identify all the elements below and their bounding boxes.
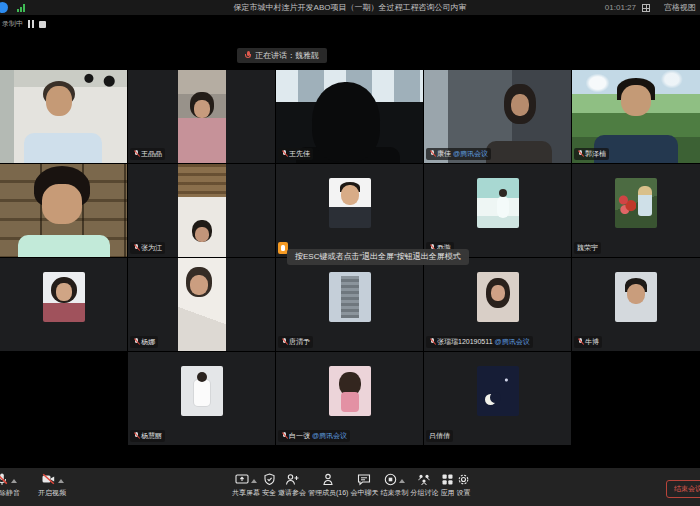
members-icon [321, 473, 335, 486]
participant-avatar [615, 178, 657, 228]
video-tile[interactable]: 唐清予 [276, 258, 423, 351]
apps-button[interactable]: 应用 [440, 473, 454, 498]
video-tile[interactable]: 杨慧丽 [128, 352, 275, 445]
video-tile[interactable]: 吕倩倩 [424, 352, 571, 445]
bottom-toolbar: 解除静音 开启视频 共享屏幕 安全 邀请参会 管理成员(16) [0, 468, 700, 506]
video-tile[interactable]: 乔璇 [424, 164, 571, 257]
muted-mic-icon [133, 244, 139, 252]
start-video-label: 开启视频 [38, 488, 66, 498]
unmute-label: 解除静音 [0, 488, 20, 498]
participant-avatar [477, 366, 519, 416]
participant-name: 魏荣宇 [577, 243, 598, 253]
invite-button[interactable]: 邀请参会 [278, 473, 306, 498]
invite-person-icon [285, 473, 299, 486]
recording-label: 录制中 [2, 19, 23, 29]
video-tile[interactable]: 牛博 [572, 258, 700, 351]
start-video-button[interactable]: 开启视频 [38, 473, 66, 498]
chat-label: 会中聊天 [350, 488, 378, 498]
apps-grid-icon [441, 473, 454, 486]
unmute-button[interactable]: 解除静音 [0, 473, 20, 498]
camera-options-caret[interactable] [58, 479, 64, 483]
video-tile[interactable]: 魏荣宇 [572, 164, 700, 257]
participant-label: 张瑞瑞120190511@腾讯会议 [426, 336, 533, 348]
stop-record-icon [384, 473, 397, 486]
participant-video [178, 258, 226, 351]
video-tile-active-speaker[interactable] [0, 164, 127, 257]
grid-view-icon[interactable] [642, 4, 650, 12]
video-tile[interactable]: 张瑞瑞120190511@腾讯会议 [424, 258, 571, 351]
share-screen-button[interactable]: 共享屏幕 [232, 473, 260, 498]
video-tile[interactable]: 康佳@腾讯会议 [424, 70, 571, 163]
breakout-rooms-button[interactable]: 分组讨论 [410, 473, 438, 498]
stop-record-button[interactable]: 结束录制 [380, 473, 408, 498]
participant-avatar [615, 272, 657, 322]
end-meeting-button[interactable]: 结束会议 [666, 480, 700, 498]
breakout-rooms-label: 分组讨论 [410, 488, 438, 498]
security-button[interactable]: 安全 [262, 473, 276, 498]
stop-recording-button[interactable] [39, 21, 46, 28]
video-tile[interactable]: 王晶晶 [128, 70, 275, 163]
participant-name: 白一弢 [289, 431, 310, 441]
participant-avatar [43, 272, 85, 322]
video-tile[interactable]: 张为江 [128, 164, 275, 257]
view-toggle-label[interactable]: 宫格视图 [664, 0, 696, 15]
video-art [24, 133, 102, 163]
participant-avatar [477, 178, 519, 228]
video-tile[interactable] [0, 70, 127, 163]
participant-label: 吕倩倩 [426, 430, 453, 442]
participant-name: 郭泽楠 [585, 149, 606, 159]
muted-mic-icon [429, 338, 435, 346]
mic-options-caret[interactable] [11, 479, 17, 483]
share-screen-icon [235, 473, 249, 486]
gear-icon [457, 473, 470, 486]
video-art [486, 141, 552, 163]
muted-mic-icon [133, 432, 139, 440]
video-tile[interactable] [276, 164, 423, 257]
camera-off-icon [41, 472, 56, 486]
participant-label: 王先佳 [278, 148, 313, 160]
video-tile[interactable]: 郭泽楠 [572, 70, 700, 163]
participant-label: 康佳@腾讯会议 [426, 148, 491, 160]
participant-name: 康佳 [437, 149, 451, 159]
participant-name: 唐清予 [289, 337, 310, 347]
video-art [18, 235, 110, 257]
meeting-title: 保定市城中村连片开发ABO项目（一期）全过程工程咨询公司内审 [0, 0, 700, 15]
apps-label: 应用 [440, 488, 454, 498]
invite-label: 邀请参会 [278, 488, 306, 498]
participant-name: 杨娜 [141, 337, 155, 347]
participant-badge: @腾讯会议 [495, 337, 530, 347]
muted-mic-icon [577, 338, 583, 346]
muted-mic-icon [133, 338, 139, 346]
chat-bubble-icon [357, 473, 371, 486]
participant-video [178, 164, 226, 257]
exit-fullscreen-toast: 按ESC键或者点击“退出全屏”按钮退出全屏模式 [287, 249, 469, 265]
participant-badge: @腾讯会议 [453, 149, 488, 159]
share-options-caret[interactable] [251, 479, 257, 483]
stop-record-label: 结束录制 [380, 488, 408, 498]
manage-members-button[interactable]: 管理成员(16) [308, 473, 348, 498]
recording-indicator: 录制中 [2, 19, 46, 29]
video-tile[interactable]: 王先佳 [276, 70, 423, 163]
participant-video [178, 70, 226, 163]
participant-label: 牛博 [574, 336, 602, 348]
active-speaker-text: 正在讲话：魏雅靓 [255, 50, 319, 61]
pause-recording-button[interactable] [28, 20, 34, 28]
settings-button[interactable]: 设置 [456, 473, 470, 498]
top-bar: 保定市城中村连片开发ABO项目（一期）全过程工程咨询公司内审 01:01:27 … [0, 0, 700, 15]
record-options-caret[interactable] [399, 479, 405, 483]
participant-name: 王晶晶 [141, 149, 162, 159]
participant-label: 郭泽楠 [574, 148, 609, 160]
video-tile[interactable]: 杨娜 [128, 258, 275, 351]
meeting-window: 保定市城中村连片开发ABO项目（一期）全过程工程咨询公司内审 01:01:27 … [0, 0, 700, 506]
participant-name: 吕倩倩 [429, 431, 450, 441]
video-tile[interactable] [0, 258, 127, 351]
participant-label: 白一弢@腾讯会议 [278, 430, 350, 442]
participant-badge: @腾讯会议 [312, 431, 347, 441]
chat-button[interactable]: 会中聊天 [350, 473, 378, 498]
active-speaker-banner: 正在讲话：魏雅靓 [237, 48, 327, 63]
muted-mic-icon [133, 150, 139, 158]
video-tile[interactable]: 白一弢@腾讯会议 [276, 352, 423, 445]
shield-icon [263, 473, 276, 486]
participant-name: 王先佳 [289, 149, 310, 159]
muted-mic-icon [281, 150, 287, 158]
